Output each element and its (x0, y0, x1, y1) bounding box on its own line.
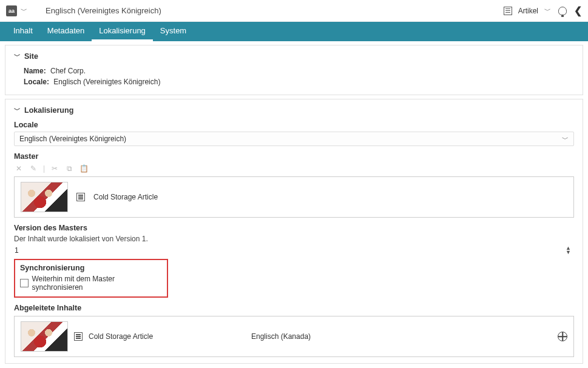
sync-checkbox-row: Weiterhin mit dem Master synchronisieren (20, 275, 162, 292)
version-value: 1 (15, 246, 19, 255)
chevron-down-icon[interactable]: ﹀ (14, 105, 21, 115)
chevron-down-icon[interactable]: ﹀ (14, 52, 21, 61)
site-locale-value: Englisch (Vereinigtes Königreich) (53, 78, 160, 86)
sync-label: Synchronisierung (20, 264, 162, 272)
tab-metadaten[interactable]: Metadaten (40, 22, 92, 41)
site-section-title: Site (24, 52, 38, 61)
cut-icon[interactable]: ✂ (50, 164, 59, 173)
master-toolbar: ✕ ✎ | ✂ ⧉ 📋 (14, 164, 574, 173)
master-article-title: Cold Storage Article (93, 193, 158, 201)
stepper-down-icon[interactable]: ▼ (566, 250, 571, 255)
site-name-row: Name: Chef Corp. (24, 67, 574, 75)
derived-article-row[interactable]: Cold Storage Article Englisch (Kanada) (14, 316, 574, 357)
toolbar-separator: | (43, 164, 45, 173)
site-locale-label: Locale: (24, 78, 49, 86)
chevron-down-icon[interactable]: ﹀ (21, 6, 27, 15)
article-icon (74, 332, 83, 341)
delete-icon[interactable]: ✕ (14, 164, 24, 173)
lightbulb-icon[interactable] (557, 5, 568, 16)
collapse-panel-icon[interactable]: ❮ (574, 5, 582, 16)
site-name-label: Name: (24, 67, 46, 75)
derived-col-title: Cold Storage Article (21, 321, 251, 352)
topbar-right: Artikel ﹀ ❮ (504, 5, 582, 16)
locale-select-value: Englisch (Vereinigtes Königreich) (19, 135, 126, 143)
top-bar: aa ﹀ Englisch (Vereinigtes Königreich) A… (0, 0, 588, 22)
paste-icon[interactable]: 📋 (79, 164, 89, 173)
edit-icon[interactable]: ✎ (29, 164, 38, 173)
site-panel-header[interactable]: ﹀ Site (14, 52, 574, 61)
article-icon (76, 193, 85, 201)
tab-system[interactable]: System (153, 22, 194, 41)
copy-icon[interactable]: ⧉ (64, 164, 74, 173)
globe-icon[interactable] (558, 332, 567, 341)
site-panel: ﹀ Site Name: Chef Corp. Locale: Englisch… (5, 45, 583, 95)
localization-panel-header[interactable]: ﹀ Lokalisierung (14, 105, 574, 115)
tab-lokalisierung[interactable]: Lokalisierung (92, 22, 153, 41)
locale-select[interactable]: Englisch (Vereinigtes Königreich) ﹀ (14, 132, 574, 146)
derived-locale: Englisch (Kanada) (251, 332, 311, 341)
stepper-arrows[interactable]: ▲ ▼ (566, 246, 571, 255)
locale-label: Locale (14, 121, 574, 129)
topbar-left: aa ﹀ Englisch (Vereinigtes Königreich) (6, 5, 504, 16)
master-thumbnail (21, 182, 68, 212)
localization-section-title: Lokalisierung (24, 106, 73, 115)
version-text: Der Inhalt wurde lokalisiert von Version… (14, 235, 574, 243)
site-locale-row: Locale: Englisch (Vereinigtes Königreich… (24, 78, 574, 86)
chevron-down-icon: ﹀ (562, 135, 569, 144)
sync-checkbox[interactable] (20, 279, 29, 287)
tab-inhalt[interactable]: Inhalt (6, 22, 40, 41)
article-icon (504, 7, 512, 15)
language-label: Englisch (Vereinigtes Königreich) (46, 6, 161, 15)
language-icon[interactable]: aa (6, 5, 17, 16)
derived-label: Abgeleitete Inhalte (14, 304, 574, 312)
tab-bar: Inhalt Metadaten Lokalisierung System (0, 22, 588, 41)
version-stepper[interactable]: 1 ▲ ▼ (14, 246, 574, 255)
master-article-box[interactable]: Cold Storage Article (14, 176, 574, 218)
site-name-value: Chef Corp. (50, 67, 86, 75)
derived-article-title: Cold Storage Article (89, 332, 153, 341)
version-label: Version des Masters (14, 224, 574, 232)
derived-thumbnail (21, 321, 68, 352)
sync-highlight-box: Synchronisierung Weiterhin mit dem Maste… (14, 259, 168, 298)
derived-col-locale: Englisch (Kanada) (251, 332, 558, 341)
master-label: Master (14, 152, 574, 161)
sync-checkbox-label: Weiterhin mit dem Master synchronisieren (32, 275, 163, 292)
chevron-down-icon[interactable]: ﹀ (544, 6, 551, 15)
type-label: Artikel (518, 7, 538, 15)
localization-panel: ﹀ Lokalisierung Locale Englisch (Vereini… (5, 99, 583, 364)
